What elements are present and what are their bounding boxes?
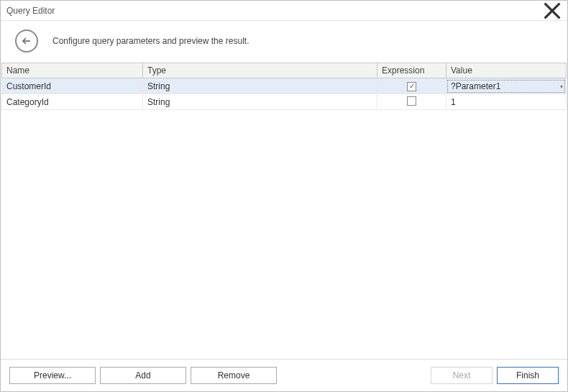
column-header-expression[interactable]: Expression [377,63,446,78]
window-title: Query Editor [6,6,543,16]
value-editor[interactable]: ?Parameter1▾ [447,80,565,93]
grid-header-row: Name Type Expression Value [2,63,567,78]
cell-value[interactable]: ?Parameter1▾ [446,78,567,94]
column-header-type[interactable]: Type [143,63,377,78]
cell-name[interactable]: CategoryId [2,94,143,110]
add-button[interactable]: Add [100,367,186,384]
title-bar: Query Editor [1,1,567,21]
value-text: ?Parameter1 [451,81,500,91]
cell-type[interactable]: String [143,78,377,94]
column-header-name[interactable]: Name [2,63,143,78]
instruction-text: Configure query parameters and preview t… [52,36,249,46]
back-button[interactable] [15,29,38,53]
arrow-left-icon [21,35,32,47]
chevron-down-icon[interactable]: ▾ [560,83,563,89]
expression-checkbox[interactable] [407,82,416,91]
close-button[interactable] [543,3,562,19]
table-row[interactable]: CategoryIdString1 [2,94,567,110]
dialog-footer: Preview... Add Remove Next Finish [1,359,567,391]
grid-empty-area [1,110,567,359]
close-icon [543,1,562,20]
remove-button[interactable]: Remove [191,367,277,384]
expression-checkbox[interactable] [407,96,416,106]
query-editor-dialog: Query Editor Configure query parameters … [0,0,568,392]
table-row[interactable]: CustomerIdString?Parameter1▾ [2,78,567,94]
cell-type[interactable]: String [143,94,377,110]
finish-button[interactable]: Finish [497,367,559,384]
cell-expression[interactable] [377,94,446,110]
cell-name[interactable]: CustomerId [2,78,143,94]
column-header-value[interactable]: Value [446,63,567,78]
parameters-grid: Name Type Expression Value CustomerIdStr… [1,63,567,359]
next-button: Next [431,367,493,384]
preview-button[interactable]: Preview... [9,367,96,384]
cell-expression[interactable] [377,78,446,94]
wizard-header: Configure query parameters and preview t… [1,21,567,63]
cell-value[interactable]: 1 [446,94,567,110]
